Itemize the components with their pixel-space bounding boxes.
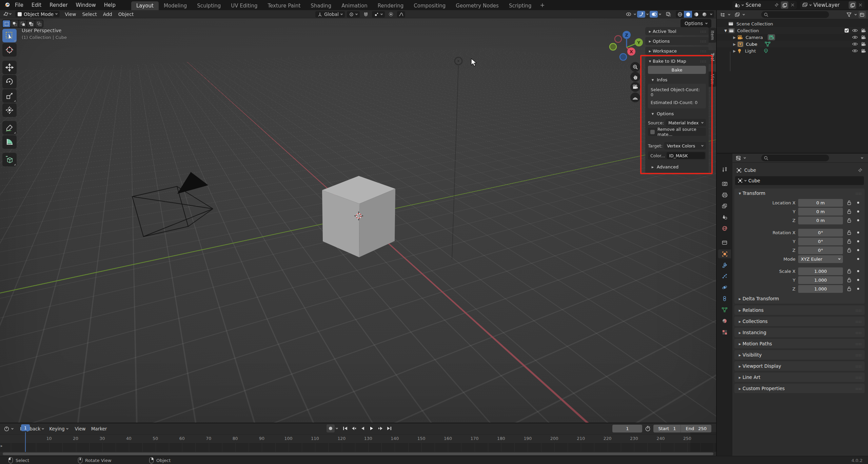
- workspace-tab[interactable]: Shading: [305, 1, 336, 10]
- scrollbar-thumb[interactable]: [3, 452, 713, 455]
- gizmo-neg-y-ball[interactable]: [610, 43, 616, 50]
- current-frame-field[interactable]: 1: [612, 425, 642, 432]
- blender-logo-icon[interactable]: [3, 1, 11, 9]
- property-panel[interactable]: ▸ Motion Paths ::::: [734, 339, 865, 348]
- expand-arrow-icon[interactable]: ▶: [732, 36, 737, 39]
- timeline-menu-item[interactable]: View: [72, 426, 88, 431]
- tool-add-cube[interactable]: [2, 153, 17, 166]
- proportional-falloff[interactable]: [397, 11, 405, 18]
- shading-solid-button[interactable]: [684, 11, 692, 18]
- advanced-subpanel-header[interactable]: ▸ Advanced: [645, 162, 709, 171]
- scale-z-input[interactable]: 1.000: [798, 285, 843, 293]
- panel-drag-dots[interactable]: ::::: [700, 49, 707, 53]
- properties-options-dropdown[interactable]: [859, 154, 866, 162]
- workspace-tab[interactable]: Rendering: [373, 1, 409, 10]
- panel-drag-dots[interactable]: ::::: [855, 308, 862, 312]
- tab-render[interactable]: [718, 179, 731, 188]
- tab-texture[interactable]: [718, 328, 731, 337]
- copy-scene-button[interactable]: [781, 1, 788, 9]
- animate-dot[interactable]: [855, 270, 861, 272]
- shading-material-button[interactable]: [692, 11, 700, 18]
- viewport-menu-item[interactable]: Select: [79, 12, 100, 17]
- property-panel[interactable]: ▸ Collections ::::: [734, 317, 865, 326]
- outliner-row-collection[interactable]: ▼ Collection: [717, 27, 868, 34]
- location-x-input[interactable]: 0 m: [798, 199, 843, 207]
- property-panel[interactable]: ▸ Custom Properties ::::: [734, 384, 865, 393]
- infos-subpanel-header[interactable]: ▾ Infos: [645, 76, 709, 84]
- tab-object-data[interactable]: [718, 305, 731, 314]
- animate-dot[interactable]: [855, 288, 861, 290]
- location-y-input[interactable]: 0 m: [798, 208, 843, 216]
- outliner-filter-button[interactable]: [845, 11, 853, 18]
- add-workspace-button[interactable]: +: [537, 2, 548, 8]
- expand-arrow-icon[interactable]: ▶: [732, 49, 737, 53]
- tab-material[interactable]: [718, 317, 731, 325]
- lock-icon[interactable]: [846, 269, 852, 274]
- stopwatch-icon[interactable]: [645, 426, 651, 431]
- lock-icon[interactable]: [846, 200, 852, 205]
- orientation-selector[interactable]: Global: [315, 11, 345, 18]
- panel-drag-dots[interactable]: ::::: [855, 342, 862, 346]
- select-mode-set-button[interactable]: [3, 20, 10, 27]
- app-menu-item[interactable]: Edit: [27, 2, 45, 8]
- light-object[interactable]: [455, 57, 462, 65]
- tab-physics[interactable]: [718, 283, 731, 292]
- viewport-3d[interactable]: Object Mode ViewSelectAddObject Global: [0, 10, 716, 423]
- property-panel[interactable]: ▸ Relations ::::: [734, 305, 865, 315]
- property-panel[interactable]: ▸ Viewport Display ::::: [734, 361, 865, 371]
- mesh-data-icon-box[interactable]: [765, 42, 770, 46]
- rotation-mode-dropdown[interactable]: XYZ Euler: [798, 255, 843, 263]
- workspace-tab[interactable]: Geometry Nodes: [451, 1, 504, 10]
- tab-object[interactable]: [718, 249, 731, 258]
- timeline-ruler[interactable]: 1020304050607080901001101201301401501601…: [0, 434, 716, 443]
- tool-scale[interactable]: [2, 89, 17, 103]
- tool-annotate[interactable]: [2, 121, 17, 135]
- app-menu-item[interactable]: Window: [72, 2, 100, 8]
- render-camera-icon[interactable]: [861, 42, 866, 46]
- tool-move[interactable]: [2, 61, 17, 74]
- pin-icon[interactable]: [857, 168, 863, 173]
- source-dropdown[interactable]: Material Index: [666, 119, 706, 126]
- workspace-tab[interactable]: Scripting: [504, 1, 537, 10]
- sidebar-panel-header[interactable]: ▸ Options ::::: [645, 37, 709, 45]
- outliner-filter-mode-dropdown[interactable]: [733, 11, 741, 18]
- timeline-track[interactable]: [0, 443, 716, 452]
- timeline-collapse-arrow[interactable]: ▸: [1, 444, 3, 448]
- camera-view-button[interactable]: [630, 82, 640, 92]
- tab-particles[interactable]: [718, 272, 731, 281]
- editor-type-icon[interactable]: [2, 11, 9, 18]
- timeline-menu-item[interactable]: Marker: [88, 426, 110, 431]
- play-button[interactable]: [368, 424, 376, 432]
- animate-dot[interactable]: [855, 202, 861, 204]
- panel-drag-dots[interactable]: ::::: [700, 59, 707, 63]
- panel-drag-dots[interactable]: ::::: [855, 191, 862, 196]
- end-frame-field[interactable]: End 250: [680, 425, 711, 432]
- eye-icon[interactable]: [852, 28, 858, 33]
- shading-wireframe-button[interactable]: [676, 11, 684, 18]
- lock-icon[interactable]: [846, 286, 852, 291]
- tab-collection[interactable]: [718, 238, 731, 247]
- remove-source-checkbox-row[interactable]: Remove all source mate...: [648, 128, 706, 136]
- pivot-point-selector[interactable]: [347, 11, 360, 18]
- navigation-gizmo[interactable]: Z Y X: [607, 28, 648, 68]
- tab-view-layer[interactable]: [718, 202, 731, 210]
- properties-search-input[interactable]: [761, 155, 829, 161]
- lock-icon[interactable]: [846, 278, 852, 282]
- outliner-row-light[interactable]: ▶ Light: [717, 47, 868, 54]
- tool-cursor[interactable]: [2, 43, 17, 57]
- sidebar-tab[interactable]: Item: [709, 28, 716, 43]
- lock-icon[interactable]: [846, 248, 852, 253]
- animate-dot[interactable]: [855, 279, 861, 281]
- panel-drag-dots[interactable]: ::::: [855, 353, 862, 357]
- outliner-row-camera[interactable]: ▶ Camera: [717, 34, 868, 41]
- tool-transform[interactable]: [2, 103, 17, 117]
- property-panel[interactable]: ▸ Visibility ::::: [734, 350, 865, 360]
- target-dropdown[interactable]: Vertex Colors: [664, 142, 706, 149]
- tool-measure[interactable]: [2, 135, 17, 149]
- scene-selector[interactable]: Scene ✕: [732, 1, 797, 9]
- delete-scene-button[interactable]: ✕: [790, 2, 795, 8]
- pan-view-button[interactable]: [630, 72, 640, 82]
- property-panel[interactable]: ▸ Instancing ::::: [734, 328, 865, 337]
- panel-drag-dots[interactable]: ::::: [700, 39, 707, 43]
- panel-drag-dots[interactable]: ::::: [855, 319, 862, 324]
